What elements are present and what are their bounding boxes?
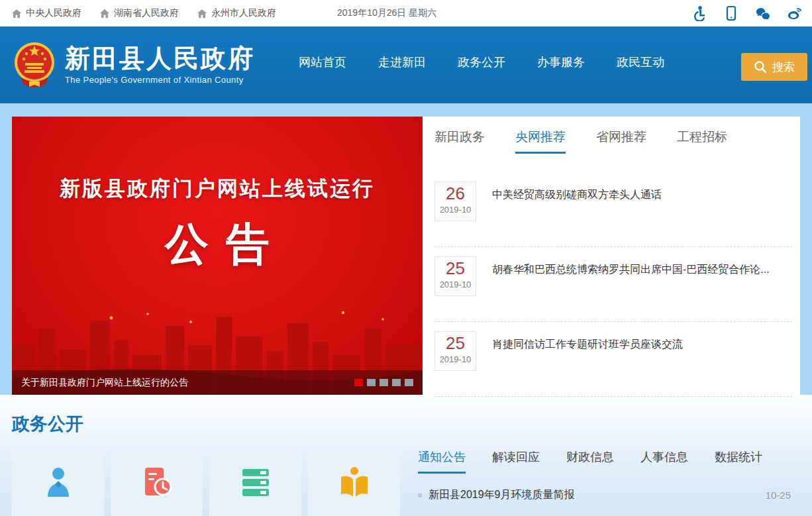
hero-carousel[interactable]: 新版县政府门户网站上线试运行 公告 关于新田县政府门户网站上线运行的公告	[12, 117, 423, 395]
home-icon	[12, 9, 21, 18]
news-item[interactable]: 25 2019-10 胡春华和巴西总统博索纳罗共同出席中国-巴西经贸合作论...	[434, 247, 792, 322]
tile-data[interactable]	[209, 449, 301, 516]
home-icon	[197, 9, 207, 18]
nav-interaction[interactable]: 政民互动	[617, 54, 664, 70]
tab-project-bidding[interactable]: 工程招标	[677, 129, 727, 154]
nav-gov-affairs[interactable]: 政务公开	[458, 54, 505, 70]
list-item-title[interactable]: 新田县2019年9月环境质量简报	[429, 488, 575, 502]
mobile-icon[interactable]	[723, 5, 739, 21]
link-label: 中央人民政府	[26, 7, 81, 19]
document-clock-icon	[140, 465, 174, 499]
tile-leadership[interactable]	[12, 449, 104, 516]
news-title[interactable]: 肖捷同信访工作专题研讨班学员座谈交流	[492, 336, 683, 396]
topbar: 中央人民政府 湖南省人民政府 永州市人民政府 2019年10月26日 星期六	[0, 0, 812, 26]
site-subtitle: The People's Government of Xintian Count…	[65, 75, 255, 85]
tile-announcements[interactable]	[111, 449, 203, 516]
list-item[interactable]: 新田县2019年9月环境质量简报 10-25	[418, 488, 800, 502]
news-date-box: 25 2019-10	[434, 331, 476, 371]
gov-open-tabs: 通知公告 解读回应 财政信息 人事信息 数据统计	[418, 449, 800, 474]
site-title-block: 新田县人民政府 The People's Government of Xinti…	[65, 45, 255, 85]
tab-statistics[interactable]: 数据统计	[715, 449, 762, 474]
official-person-icon	[41, 465, 76, 499]
tab-xintian-gov[interactable]: 新田政务	[434, 129, 485, 154]
news-panel: 新田政务 央网推荐 省网推荐 工程招标 26 2019-10 中美经贸高级别磋商…	[423, 117, 800, 395]
carousel-dot[interactable]	[367, 379, 376, 386]
link-hunan-government[interactable]: 湖南省人民政府	[100, 7, 179, 19]
news-title[interactable]: 胡春华和巴西总统博索纳罗共同出席中国-巴西经贸合作论...	[492, 262, 770, 321]
tab-notices[interactable]: 通知公告	[418, 449, 466, 474]
news-month: 2019-10	[435, 205, 476, 215]
gov-open-section: 政务公开	[0, 395, 812, 516]
banner-headline: 新版县政府门户网站上线试运行	[12, 175, 423, 203]
bullet-icon	[418, 493, 422, 497]
open-book-icon	[337, 465, 372, 499]
carousel-caption-bar: 关于新田县政府门户网站上线运行的公告	[12, 370, 423, 395]
tab-finance-info[interactable]: 财政信息	[566, 449, 614, 474]
nav-about-xintian[interactable]: 走进新田	[378, 54, 426, 70]
tab-central-recommend[interactable]: 央网推荐	[515, 129, 566, 154]
news-item[interactable]: 26 2019-10 中美经贸高级别磋商双方牵头人通话	[434, 172, 792, 247]
news-day: 26	[435, 183, 476, 204]
site-title: 新田县人民政府	[65, 45, 255, 73]
carousel-dots	[354, 379, 413, 386]
gov-open-body: 通知公告 解读回应 财政信息 人事信息 数据统计 新田县2019年9月环境质量简…	[12, 449, 800, 516]
news-list: 26 2019-10 中美经贸高级别磋商双方牵头人通话 25 2019-10 胡…	[434, 172, 792, 397]
nav-home[interactable]: 网站首页	[299, 54, 346, 70]
news-day: 25	[435, 333, 476, 354]
link-central-government[interactable]: 中央人民政府	[12, 7, 81, 19]
news-item[interactable]: 25 2019-10 肖捷同信访工作专题研讨班学员座谈交流	[434, 322, 792, 397]
search-icon	[754, 60, 767, 74]
news-month: 2019-10	[435, 354, 476, 364]
carousel-dot[interactable]	[354, 379, 363, 386]
banner-title: 公告	[12, 215, 423, 274]
link-label: 湖南省人民政府	[114, 7, 179, 19]
tab-interpretation[interactable]: 解读回应	[492, 449, 540, 474]
news-date-box: 25 2019-10	[434, 256, 476, 296]
search-button[interactable]: 搜索	[741, 53, 807, 81]
gov-open-tiles	[12, 449, 400, 516]
weibo-icon[interactable]	[787, 5, 803, 21]
accessibility-icon[interactable]	[691, 5, 707, 21]
national-emblem-logo	[12, 40, 57, 89]
carousel-caption[interactable]: 关于新田县政府门户网站上线运行的公告	[21, 377, 354, 389]
carousel-dot[interactable]	[392, 379, 401, 386]
home-icon	[100, 9, 109, 18]
tile-reading[interactable]	[308, 449, 400, 516]
news-title[interactable]: 中美经贸高级别磋商双方牵头人通话	[492, 187, 662, 246]
topbar-icon-group	[691, 5, 803, 21]
nav-services[interactable]: 办事服务	[537, 54, 585, 70]
main-content: 新版县政府门户网站上线试运行 公告 关于新田县政府门户网站上线运行的公告 新田政…	[12, 117, 800, 395]
carousel-dot[interactable]	[405, 379, 413, 386]
carousel-dot[interactable]	[380, 379, 388, 386]
link-yongzhou-government[interactable]: 永州市人民政府	[197, 7, 276, 19]
tab-personnel-info[interactable]: 人事信息	[640, 449, 688, 474]
link-label: 永州市人民政府	[211, 7, 276, 19]
topbar-links: 中央人民政府 湖南省人民政府 永州市人民政府	[12, 7, 276, 19]
gov-open-list: 新田县2019年9月环境质量简报 10-25	[418, 488, 800, 502]
list-item-date: 10-25	[766, 490, 800, 501]
news-day: 25	[435, 258, 476, 279]
main-nav: 网站首页 走进新田 政务公开 办事服务 政民互动	[299, 54, 664, 70]
wechat-icon[interactable]	[755, 5, 771, 21]
tab-province-recommend[interactable]: 省网推荐	[596, 129, 646, 154]
news-tabs: 新田政务 央网推荐 省网推荐 工程招标	[434, 129, 792, 160]
section-title: 政务公开	[12, 395, 800, 436]
current-date: 2019年10月26日 星期六	[337, 7, 436, 19]
gov-open-right: 通知公告 解读回应 财政信息 人事信息 数据统计 新田县2019年9月环境质量简…	[418, 449, 800, 516]
news-date-box: 26 2019-10	[434, 181, 476, 221]
site-header: 新田县人民政府 The People's Government of Xinti…	[0, 26, 812, 103]
news-month: 2019-10	[435, 280, 476, 289]
search-label: 搜索	[772, 60, 795, 75]
database-icon	[238, 465, 273, 499]
